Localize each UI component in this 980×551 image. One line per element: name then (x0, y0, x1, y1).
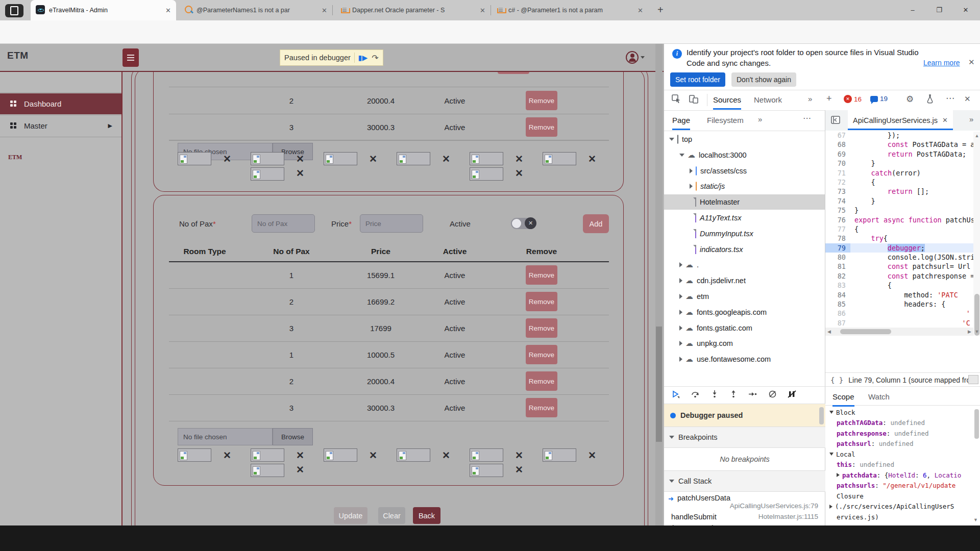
code-line-78[interactable]: 78try{ (825, 234, 980, 243)
code-line-76[interactable]: 76export async function patchUs (825, 215, 980, 224)
step-over-icon[interactable] (691, 390, 700, 400)
tree-arrow-icon[interactable] (679, 294, 682, 299)
code-line-77[interactable]: 77{ (825, 224, 980, 234)
tree-arrow-icon[interactable] (679, 357, 682, 362)
scope-entry[interactable]: this: undefined (825, 460, 980, 470)
side-scroll-thumb[interactable] (819, 407, 824, 424)
code-line-86[interactable]: 86' (825, 309, 980, 318)
tab-actions-icon[interactable] (5, 4, 23, 17)
tree-item-localhost-3000[interactable]: ☁localhost:3000 (664, 147, 825, 163)
tree-item-static-js[interactable]: static/js (664, 179, 825, 194)
tree-item--[interactable]: ☁. (664, 257, 825, 272)
remove-image-icon[interactable]: ✕ (513, 167, 525, 179)
close-editor-tab-icon[interactable]: ✕ (942, 116, 948, 124)
price-input[interactable] (360, 214, 423, 233)
browser-tab[interactable]: @ParameterNames1 is not a par✕ (180, 0, 332, 20)
call-stack-frame[interactable]: ➜patchUsersDataApiCallingUserServices.js… (664, 492, 825, 511)
sidebar-item-dashboard[interactable]: Dashboard (0, 93, 121, 114)
tab-filesystem[interactable]: Filesystem (707, 110, 744, 130)
scope-entry[interactable]: Closure (825, 491, 980, 502)
remove-image-icon[interactable]: ✕ (440, 153, 452, 164)
code-line-75[interactable]: 75} (825, 206, 980, 215)
remove-image-icon[interactable]: ✕ (440, 449, 452, 461)
tab-sources[interactable]: Sources (713, 90, 741, 110)
tree-item-a11ytext-tsx[interactable]: A11yText.tsx (664, 210, 825, 226)
code-line-82[interactable]: 82const patchresponse = (825, 271, 980, 281)
inspect-icon[interactable] (671, 94, 681, 106)
error-count-badge[interactable]: ✕ 16 (844, 95, 862, 103)
tree-item-fonts-googleapis-com[interactable]: ☁fonts.googleapis.com (664, 305, 825, 320)
resume-icon[interactable] (671, 390, 680, 400)
expand-arrow-icon[interactable] (829, 411, 834, 414)
tree-item-fonts-gstatic-com[interactable]: ☁fonts.gstatic.com (664, 320, 825, 336)
code-line-73[interactable]: 73return []; (825, 187, 980, 196)
remove-image-icon[interactable]: ✕ (513, 464, 525, 475)
browse-button[interactable]: Browse (273, 428, 313, 445)
tree-item-use-fontawesome-com[interactable]: ☁use.fontawesome.com (664, 352, 825, 367)
code-line-71[interactable]: 71catch(error) (825, 168, 980, 178)
scope-entry[interactable]: Block (825, 407, 980, 418)
expand-arrow-icon[interactable] (837, 473, 840, 477)
add-pane-icon[interactable]: + (826, 93, 832, 104)
tab-network[interactable]: Network (754, 90, 782, 110)
code-line-69[interactable]: 69return PostTAGData; (825, 149, 980, 159)
more-tabs-icon[interactable]: » (808, 94, 812, 103)
code-line-74[interactable]: 74} (825, 196, 980, 206)
editor-tab[interactable]: ApiCallingUserServices.js ✕ (848, 110, 953, 130)
tab-close-icon[interactable]: ✕ (322, 7, 327, 14)
page-scrollbar[interactable] (655, 44, 663, 525)
code-editor[interactable]: 67});68const PostTAGData = a69return Pos… (825, 131, 980, 328)
menu-icon[interactable] (122, 48, 139, 67)
devtools-close-icon[interactable]: ✕ (964, 94, 971, 104)
sidebar-menu-icon[interactable]: ⋯ (803, 113, 811, 123)
deactivate-breakpoints-icon[interactable] (768, 390, 777, 400)
tree-item-hotelmaster[interactable]: Hotelmaster (664, 194, 825, 210)
close-button[interactable]: ✕ (952, 0, 979, 19)
scope-entry[interactable]: patchsurl: undefined (825, 439, 980, 449)
scope-entry[interactable]: patchdata: {HotelId: 6, Locatio (825, 470, 980, 481)
add-button[interactable]: Add (583, 214, 609, 233)
scope-entry[interactable]: patchsurls: "/general/v1/update (825, 481, 980, 491)
tab-page[interactable]: Page (672, 110, 690, 130)
back-button[interactable]: Back (413, 507, 440, 524)
scope-entry[interactable]: patchresponse: undefined (825, 428, 980, 439)
remove-image-icon[interactable]: ✕ (513, 153, 525, 164)
code-line-80[interactable]: 80console.log(JSON.stri (825, 253, 980, 262)
resume-script-icon[interactable]: ▮▶ (358, 54, 368, 62)
tree-arrow-icon[interactable] (679, 325, 682, 331)
pax-input[interactable] (252, 214, 315, 233)
scope-entry[interactable]: patchTAGData: undefined (825, 418, 980, 429)
clear-button[interactable]: Clear (378, 507, 405, 524)
tree-arrow-icon[interactable] (669, 138, 674, 141)
scope-entry[interactable]: Local (825, 449, 980, 460)
minimize-button[interactable]: – (899, 0, 926, 19)
remove-image-icon[interactable]: ✕ (222, 449, 233, 461)
tree-item-etm[interactable]: ☁etm (664, 289, 825, 304)
settings-gear-icon[interactable]: ⚙ (906, 94, 914, 104)
banner-close-icon[interactable]: ✕ (968, 58, 975, 67)
step-into-icon[interactable] (710, 390, 719, 400)
tree-arrow-icon[interactable] (679, 341, 682, 346)
step-over-icon[interactable]: ↷ (372, 53, 378, 63)
remove-image-icon[interactable]: ✕ (368, 153, 379, 164)
user-menu[interactable] (626, 51, 646, 63)
remove-button[interactable]: Remove (526, 117, 557, 137)
step-icon[interactable] (748, 390, 757, 400)
code-line-72[interactable]: 72{ (825, 178, 980, 187)
step-out-icon[interactable] (729, 390, 738, 400)
call-stack-frame[interactable]: handleSubmitHotelmaster.js:1115 (664, 511, 825, 522)
remove-image-icon[interactable]: ✕ (586, 449, 598, 461)
tab-close-icon[interactable]: ✕ (638, 7, 643, 14)
remove-button[interactable]: Remove (526, 265, 557, 285)
remove-button[interactable]: Remove (526, 398, 557, 417)
browser-tab[interactable]: eTravelMitra - Admin✕ (31, 0, 176, 20)
experiments-flask-icon[interactable] (925, 94, 935, 106)
tree-arrow-icon[interactable] (679, 262, 682, 267)
tree-item-src-assets-css[interactable]: src/assets/css (664, 163, 825, 179)
scope-entry[interactable]: ervices.js) (825, 512, 980, 522)
editor-vscrollbar[interactable]: ▲ ▼ (973, 132, 980, 336)
expand-arrow-icon[interactable] (829, 453, 834, 456)
active-toggle[interactable]: ✕ (511, 218, 534, 229)
code-line-79[interactable]: 79debugger; (825, 243, 980, 253)
new-tab-button[interactable]: + (657, 4, 664, 16)
